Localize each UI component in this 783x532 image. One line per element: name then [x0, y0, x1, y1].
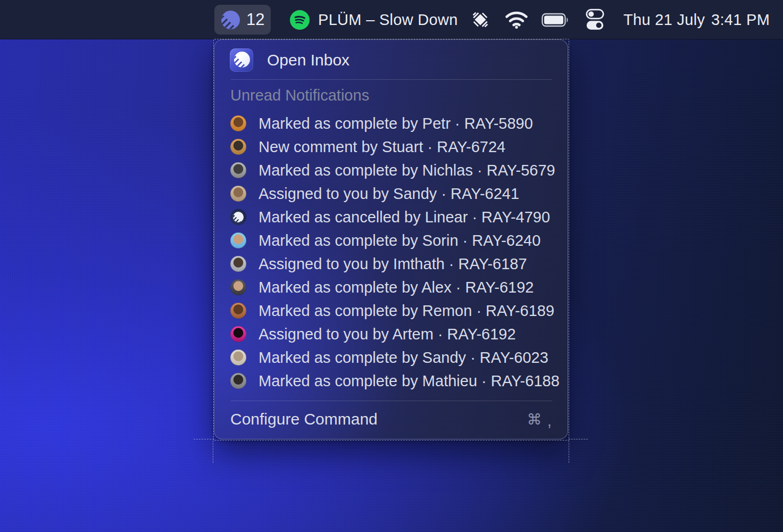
notification-row[interactable]: Assigned to you by Artem · RAY-6192	[230, 322, 555, 346]
notification-text: Marked as complete by Sorin · RAY-6240	[259, 232, 540, 250]
linear-notifications-popover: Open Inbox Unread Notifications Marked a…	[214, 39, 568, 439]
avatar	[230, 373, 246, 389]
notification-text: Assigned to you by Sandy · RAY-6241	[259, 185, 519, 203]
notification-row[interactable]: Marked as complete by Alex · RAY-6192	[230, 276, 555, 299]
notification-row[interactable]: Marked as complete by Nichlas · RAY-5679	[230, 159, 555, 182]
spotify-icon	[290, 10, 310, 30]
linear-unread-count: 12	[246, 10, 264, 29]
notification-row[interactable]: Assigned to you by Sandy · RAY-6241	[230, 182, 555, 205]
avatar	[230, 162, 246, 178]
menubar-item-clock[interactable]: Thu 21 July	[623, 0, 705, 39]
battery-icon	[542, 13, 569, 27]
marquee-extension	[213, 440, 213, 463]
linear-app-icon	[230, 48, 253, 72]
menubar-item-wifi[interactable]	[504, 0, 529, 39]
open-inbox-label: Open Inbox	[267, 51, 349, 69]
menubar-item-control-center[interactable]	[586, 0, 604, 39]
avatar	[230, 139, 246, 155]
avatar	[230, 303, 246, 319]
menubar-item-linear[interactable]: 12	[214, 5, 271, 35]
marquee-extension	[569, 439, 588, 439]
notification-row[interactable]: Assigned to you by Imthath · RAY-6187	[230, 252, 555, 276]
notification-text: Marked as complete by Alex · RAY-6192	[259, 279, 534, 296]
notification-row[interactable]: Marked as complete by Remon · RAY-6189	[230, 299, 555, 322]
menubar-time: 3:41 PM	[711, 11, 770, 29]
notification-text: Marked as complete by Sandy · RAY-6023	[259, 349, 548, 367]
striped-diamond-icon	[469, 8, 492, 31]
notification-text: Marked as complete by Petr · RAY-5890	[259, 115, 533, 132]
divider	[231, 79, 552, 80]
notification-text: Marked as complete by Nichlas · RAY-5679	[259, 162, 555, 179]
avatar	[230, 115, 246, 131]
notification-text: Marked as cancelled by Linear · RAY-4790	[259, 209, 550, 226]
avatar	[230, 350, 246, 365]
unread-notifications-heading: Unread Notifications	[230, 87, 369, 104]
menubar-date: Thu 21 July	[623, 11, 705, 29]
configure-command-label: Configure Command	[230, 410, 527, 428]
configure-command-menu-item[interactable]: Configure Command ⌘ ,	[214, 407, 568, 431]
control-center-icon	[586, 9, 604, 31]
notification-row[interactable]: Marked as complete by Petr · RAY-5890	[230, 112, 555, 135]
marquee-extension	[194, 439, 214, 439]
menubar-item-spotify[interactable]: PLÜM – Slow Down	[290, 0, 458, 39]
notification-text: Marked as complete by Remon · RAY-6189	[259, 302, 554, 320]
keyboard-shortcut: ⌘ ,	[527, 410, 552, 428]
notification-row[interactable]: Marked as complete by Sandy · RAY-6023	[230, 346, 555, 369]
menubar-item-time[interactable]: 3:41 PM	[711, 0, 770, 39]
open-inbox-menu-item[interactable]: Open Inbox	[230, 48, 349, 72]
command-key-icon: ⌘	[527, 411, 542, 428]
menu-bar: 12 PLÜM – Slow Down	[0, 0, 783, 39]
wifi-icon	[504, 10, 529, 29]
notification-row[interactable]: Marked as complete by Mathieu · RAY-6188	[230, 369, 555, 393]
avatar	[230, 279, 246, 295]
avatar	[230, 232, 246, 248]
shortcut-key: ,	[547, 412, 552, 430]
linear-logo-icon	[221, 11, 240, 29]
now-playing-label: PLÜM – Slow Down	[318, 11, 458, 29]
notification-text: New comment by Stuart · RAY-6724	[259, 138, 505, 156]
notification-list: Marked as complete by Petr · RAY-5890New…	[230, 112, 555, 393]
notification-text: Assigned to you by Artem · RAY-6192	[259, 326, 516, 343]
notification-row[interactable]: Marked as complete by Sorin · RAY-6240	[230, 229, 555, 252]
avatar	[230, 186, 246, 202]
marquee-extension	[569, 440, 569, 463]
avatar	[230, 256, 246, 272]
notification-row[interactable]: Marked as cancelled by Linear · RAY-4790	[230, 205, 555, 229]
divider	[231, 401, 552, 401]
menubar-item-battery[interactable]	[542, 0, 569, 39]
avatar	[230, 209, 246, 225]
avatar	[230, 326, 246, 342]
notification-row[interactable]: New comment by Stuart · RAY-6724	[230, 135, 555, 159]
notification-text: Assigned to you by Imthath · RAY-6187	[259, 255, 527, 273]
notification-text: Marked as complete by Mathieu · RAY-6188	[259, 372, 560, 390]
menubar-item-striped-diamond[interactable]	[469, 0, 492, 39]
